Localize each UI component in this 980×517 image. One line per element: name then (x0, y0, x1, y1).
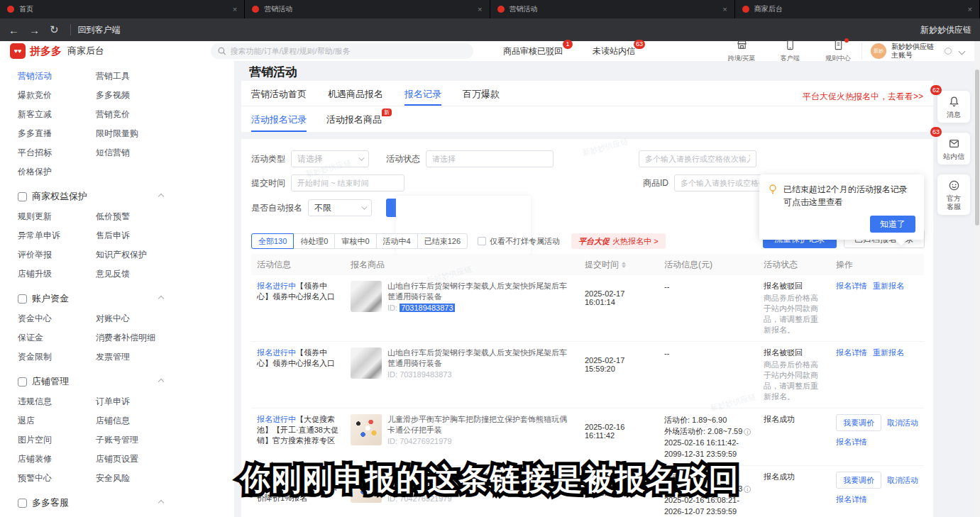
activity-status-tag: 报名进行中 (257, 282, 296, 290)
sidebar-item-短信营销[interactable]: 短信营销 (96, 143, 174, 162)
filter-pill-全部130[interactable]: 全部130 (251, 233, 294, 249)
promo-hot-badge[interactable]: 平台大促火热报名中 > (571, 233, 665, 249)
sidebar-item-意见反馈[interactable]: 意见反馈 (96, 265, 174, 284)
sidebar-item-爆款竞价[interactable]: 爆款竞价 (18, 86, 96, 105)
browser-tab[interactable]: 首页× (0, 0, 245, 18)
pinduoduo-logo-icon[interactable]: ♥♥ (10, 43, 26, 59)
sidebar-item-营销工具[interactable]: 营销工具 (96, 67, 174, 86)
action-取消活动[interactable]: 取消活动 (887, 418, 918, 428)
scrollbar[interactable] (974, 41, 980, 517)
auto-signup-select[interactable]: 不限 (308, 199, 372, 216)
tab-close-icon[interactable]: × (968, 5, 972, 13)
sidebar-item-订单申诉[interactable]: 订单申诉 (96, 392, 174, 411)
checkbox[interactable] (478, 237, 486, 245)
action-重新报名[interactable]: 重新报名 (873, 281, 904, 291)
sidebar-item-发票管理[interactable]: 发票管理 (96, 348, 174, 367)
tab-机遇商品报名[interactable]: 机遇商品报名 (328, 88, 383, 106)
sidebar-item-资金限制[interactable]: 资金限制 (18, 348, 96, 367)
sidebar-item-限时限量购[interactable]: 限时限量购 (96, 124, 174, 143)
sidebar-item-营销竞价[interactable]: 营销竞价 (96, 105, 174, 124)
search-input[interactable] (230, 47, 466, 55)
rail-card-站内信[interactable]: 63站内信 (937, 133, 970, 165)
action-我要调价[interactable]: 我要调价 (836, 414, 881, 431)
product-image[interactable] (351, 348, 382, 379)
forward-icon[interactable]: → (29, 24, 40, 36)
account-menu[interactable]: 新妙 新妙妙供应链 主账号 (861, 43, 964, 60)
sidebar-group-header[interactable]: 商家权益保护 (18, 186, 163, 207)
chevron-down-icon[interactable] (959, 48, 966, 55)
sidebar-item-保证金[interactable]: 保证金 (18, 328, 96, 348)
activity-id-input[interactable] (639, 150, 756, 167)
filter-pill-审核中0[interactable]: 审核中0 (334, 233, 376, 249)
sidebar-item-规则更新[interactable]: 规则更新 (18, 207, 96, 226)
browser-tab[interactable]: 商家后台× (735, 0, 980, 18)
filter-pill-已结束126[interactable]: 已结束126 (417, 233, 468, 249)
sidebar-item-子账号管理[interactable]: 子账号管理 (96, 430, 174, 450)
quick-item-客户端[interactable]: 客户端 (773, 40, 806, 63)
sidebar-item-店铺升级[interactable]: 店铺升级 (18, 265, 96, 284)
sidebar-item-低价预警[interactable]: 低价预警 (96, 207, 174, 226)
sidebar-item-异常单申诉[interactable]: 异常单申诉 (18, 226, 96, 245)
reload-icon[interactable]: ↻ (50, 23, 59, 36)
sidebar-item-新客立减[interactable]: 新客立减 (18, 105, 96, 124)
audit-rejected-link[interactable]: 商品审核已驳回 1 (503, 45, 563, 57)
subtab-活动报名商品[interactable]: 活动报名商品新 (326, 113, 382, 132)
sidebar-item-客服数据[interactable]: 客服数据 (18, 513, 96, 517)
quick-item-规则中心[interactable]: 规则中心 (822, 40, 854, 63)
product-title[interactable]: 山地自行车后货架钢行李架载人后支架快拆尾架后车筐通用骑行装备 (387, 281, 573, 302)
back-icon[interactable]: ← (9, 24, 19, 36)
unread-mail-link[interactable]: 未读站内信 63 (593, 45, 635, 57)
promo-banner-link[interactable]: 平台大促火热报名中，去看看>> (803, 91, 923, 103)
sidebar-item-知识产权保护[interactable]: 知识产权保护 (96, 245, 174, 265)
sidebar-item-售后申诉[interactable]: 售后申诉 (96, 226, 174, 245)
global-search[interactable] (211, 43, 473, 59)
sidebar-item-价格保护[interactable]: 价格保护 (18, 162, 96, 182)
sidebar-item-图片空间[interactable]: 图片空间 (18, 430, 96, 450)
sidebar-item-消费者补偿明细[interactable]: 消费者补偿明细 (96, 328, 174, 348)
sidebar-item-对账中心[interactable]: 对账中心 (96, 309, 174, 328)
power-icon[interactable] (945, 48, 952, 55)
filter-pill-活动中4[interactable]: 活动中4 (376, 233, 418, 249)
action-报名详情[interactable]: 报名详情 (836, 348, 867, 358)
sidebar-item-实时管理[interactable]: 实时管理 (96, 513, 174, 517)
sidebar-item-营销活动[interactable]: 营销活动 (18, 67, 96, 86)
sidebar-item-违规信息[interactable]: 违规信息 (18, 392, 96, 411)
tab-百万爆款[interactable]: 百万爆款 (463, 88, 500, 106)
action-报名详情[interactable]: 报名详情 (836, 437, 867, 447)
tab-close-icon[interactable]: × (233, 5, 237, 13)
sidebar-item-店铺信息[interactable]: 店铺信息 (96, 411, 174, 430)
tab-close-icon[interactable]: × (722, 5, 727, 13)
product-image[interactable] (351, 281, 382, 312)
sidebar-item-退店[interactable]: 退店 (18, 411, 96, 430)
sidebar-item-多多视频[interactable]: 多多视频 (96, 86, 174, 105)
browser-tab[interactable]: 营销活动× (245, 0, 490, 18)
sidebar-item-评价举报[interactable]: 评价举报 (18, 245, 96, 265)
scrollbar-thumb[interactable] (975, 70, 979, 226)
got-it-button[interactable]: 知道了 (870, 216, 915, 233)
back-to-client-link[interactable]: 回到客户端 (78, 24, 121, 36)
tab-close-icon[interactable]: × (478, 5, 482, 13)
sort-icon[interactable] (622, 262, 626, 268)
sidebar-item-资金中心[interactable]: 资金中心 (18, 309, 96, 328)
info-icon[interactable]: i (744, 428, 751, 435)
browser-profile-label[interactable]: 新妙妙供应链 (920, 24, 971, 36)
product-image[interactable] (351, 414, 382, 445)
goods-id-input[interactable] (674, 174, 766, 191)
filter-pill-待处理0[interactable]: 待处理0 (293, 233, 335, 249)
sidebar-item-平台招标[interactable]: 平台招标 (18, 143, 96, 162)
sidebar-item-多多直播[interactable]: 多多直播 (18, 124, 96, 143)
subtab-活动报名记录[interactable]: 活动报名记录 (251, 113, 307, 132)
action-报名详情[interactable]: 报名详情 (836, 281, 867, 291)
product-title[interactable]: 儿童滑步平衡车护胸车把防撞把立保护套饰熊猫玩偶卡通公仔把手装 (387, 414, 573, 435)
action-重新报名[interactable]: 重新报名 (873, 348, 904, 358)
browser-tab[interactable]: 营销活动× (490, 0, 735, 18)
product-title[interactable]: 山地自行车后货架钢行李架载人后支架快拆尾架后车筐通用骑行装备 (387, 348, 573, 369)
rail-card-官方客服[interactable]: 官方客服 (937, 174, 970, 215)
activity-status-input[interactable] (426, 150, 554, 167)
tab-报名记录[interactable]: 报名记录 (404, 88, 441, 106)
tab-营销活动首页[interactable]: 营销活动首页 (251, 88, 307, 106)
sidebar-group-header[interactable]: 账户资金 (18, 288, 163, 309)
rail-card-消息[interactable]: 62消息 (937, 91, 970, 123)
quick-item-跨境/买菜[interactable]: 跨境/买菜 (725, 40, 758, 63)
sidebar-group-header[interactable]: 店铺管理 (18, 371, 163, 392)
